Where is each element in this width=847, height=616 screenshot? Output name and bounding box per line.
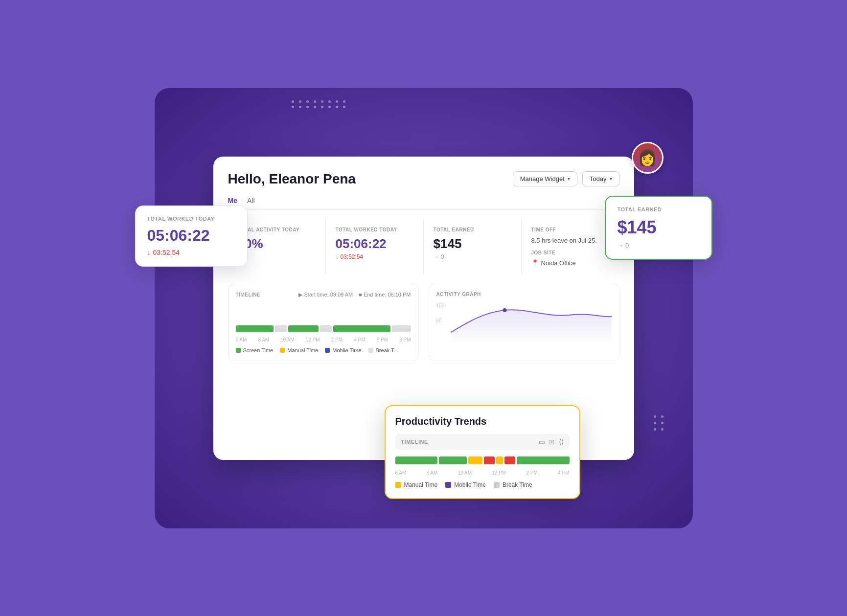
job-site-label: JOB SITE bbox=[531, 250, 610, 255]
start-time-meta: ▶ Start time: 09:09 AM bbox=[298, 292, 353, 298]
job-site-name: Noida Office bbox=[541, 259, 576, 267]
legend-label-manual: Manual Time bbox=[287, 347, 318, 353]
time-label-6pm: 6 PM bbox=[377, 337, 388, 342]
tab-all[interactable]: All bbox=[247, 197, 255, 209]
float-worked-card: TOTAL WORKED TODAY 05:06:22 ↓ 03:52:54 bbox=[135, 205, 248, 267]
productivity-trends-card: Productivity Trends TIMELINE ▭ ⊞ ⟨⟩ bbox=[385, 405, 580, 499]
timeline-chart bbox=[236, 304, 411, 333]
prod-legend-label-manual: Manual Time bbox=[404, 481, 438, 488]
prod-bar-yellow-2 bbox=[496, 456, 503, 464]
stat-earned-value: $145 bbox=[434, 236, 511, 251]
float-earned-card: TOTAL EARNED $145 → 0 bbox=[605, 196, 712, 260]
prod-bar-green-3 bbox=[517, 456, 570, 464]
prod-legend-dot-purple bbox=[445, 482, 451, 488]
prod-legend-label-break: Break Time bbox=[503, 481, 532, 488]
timeline-time-labels: 6 AM 8 AM 10 AM 12 PM 2 PM 4 PM 6 PM 8 P… bbox=[236, 337, 411, 342]
outer-background: TOTAL WORKED TODAY 05:06:22 ↓ 03:52:54 T… bbox=[155, 88, 693, 528]
prod-view-icons: ▭ ⊞ ⟨⟩ bbox=[539, 438, 564, 446]
time-label-4pm: 4 PM bbox=[354, 337, 365, 342]
stat-total-worked: TOTAL WORKED TODAY 05:06:22 ↓ 03:52:54 bbox=[326, 220, 424, 274]
prod-timeline-header: TIMELINE ▭ ⊞ ⟨⟩ bbox=[395, 434, 570, 450]
prod-legend-break: Break Time bbox=[494, 481, 532, 488]
prod-time-labels: 6 AM 8 AM 10 AM 12 PM 2 PM 4 PM bbox=[395, 470, 570, 476]
chevron-down-icon: ▾ bbox=[568, 176, 570, 182]
graph-dot bbox=[502, 308, 506, 312]
prod-time-8am: 8 AM bbox=[427, 470, 438, 476]
activity-graph-area: 100 80 bbox=[436, 303, 612, 352]
legend-label-screen: Screen Time bbox=[243, 347, 274, 353]
y-label-80: 80 bbox=[436, 318, 445, 323]
prod-bar-red-1 bbox=[484, 456, 495, 464]
today-dropdown-button[interactable]: Today ▾ bbox=[582, 171, 619, 186]
job-site-value: 📍 Noida Office bbox=[531, 259, 610, 267]
location-icon: 📍 bbox=[531, 259, 539, 266]
timeline-bar-3 bbox=[288, 325, 319, 332]
tab-bar: Me All bbox=[228, 197, 619, 210]
y-label-100: 100 bbox=[436, 303, 445, 308]
stats-row: TOTAL ACTIVITY TODAY 60% TOTAL WORKED TO… bbox=[228, 220, 619, 274]
prod-bar-red-2 bbox=[504, 456, 515, 464]
grid-icon[interactable]: ⊞ bbox=[549, 438, 555, 446]
timeline-legend: Screen Time Manual Time Mobile Time Brea… bbox=[236, 347, 411, 353]
timeline-bars bbox=[236, 324, 411, 333]
time-label-10am: 10 AM bbox=[280, 337, 294, 342]
legend-label-mobile: Mobile Time bbox=[332, 347, 361, 353]
timeline-panel: TIMELINE ▶ Start time: 09:09 AM ■ End ti… bbox=[228, 284, 419, 361]
timeline-meta: ▶ Start time: 09:09 AM ■ End time: 06:10… bbox=[298, 292, 411, 298]
legend-mobile-time: Mobile Time bbox=[325, 347, 361, 353]
chevron-down-icon-2: ▾ bbox=[610, 176, 612, 182]
float-worked-sub-time: 03:52:54 bbox=[153, 249, 180, 256]
prod-bar-yellow bbox=[468, 456, 482, 464]
avatar-image: 👩 bbox=[633, 143, 662, 172]
stat-total-earned: TOTAL EARNED $145 → 0 bbox=[424, 220, 522, 274]
down-arrow-icon: ↓ bbox=[147, 249, 151, 256]
legend-manual-time: Manual Time bbox=[280, 347, 318, 353]
timeline-panel-header: TIMELINE ▶ Start time: 09:09 AM ■ End ti… bbox=[236, 292, 411, 298]
prod-legend: Manual Time Mobile Time Break Time bbox=[395, 481, 570, 488]
timeline-label: TIMELINE bbox=[236, 292, 261, 297]
stat-timeoff-label: TIME OFF bbox=[531, 227, 610, 232]
float-worked-title: TOTAL WORKED TODAY bbox=[147, 216, 235, 222]
stat-timeoff-value: 8.5 hrs leave on Jul 25. bbox=[531, 236, 610, 245]
main-dashboard-card: TOTAL WORKED TODAY 05:06:22 ↓ 03:52:54 T… bbox=[213, 157, 634, 460]
dots-decoration-right bbox=[654, 415, 664, 431]
manage-widget-label: Manage Widget bbox=[520, 175, 565, 183]
time-label-8pm: 8 PM bbox=[399, 337, 411, 342]
y-axis-labels: 100 80 bbox=[436, 303, 445, 323]
stat-activity-label: TOTAL ACTIVITY TODAY bbox=[238, 227, 316, 232]
legend-dot-yellow bbox=[280, 348, 285, 353]
today-label: Today bbox=[590, 175, 607, 183]
prod-legend-label-mobile: Mobile Time bbox=[454, 481, 486, 488]
prod-timeline-label: TIMELINE bbox=[401, 439, 428, 445]
prod-bar-green-2 bbox=[439, 456, 467, 464]
float-earned-sub: → 0 bbox=[618, 242, 700, 249]
prod-time-4pm: 4 PM bbox=[558, 470, 569, 476]
stat-worked-label: TOTAL WORKED TODAY bbox=[336, 227, 413, 232]
stat-activity-value: 60% bbox=[238, 236, 316, 251]
float-worked-sub: ↓ 03:52:54 bbox=[147, 249, 235, 256]
time-label-8am: 8 AM bbox=[258, 337, 269, 342]
stat-worked-sub: ↓ 03:52:54 bbox=[336, 253, 413, 260]
greeting-text: Hello, Eleanor Pena bbox=[228, 171, 356, 187]
legend-label-break: Break T... bbox=[376, 347, 398, 353]
timeline-bar-6 bbox=[392, 325, 411, 332]
prod-legend-manual: Manual Time bbox=[395, 481, 438, 488]
productivity-trends-title: Productivity Trends bbox=[395, 416, 570, 427]
activity-line-chart bbox=[451, 303, 612, 342]
monitor-icon[interactable]: ▭ bbox=[539, 438, 545, 446]
dashboard-header: Hello, Eleanor Pena Manage Widget ▾ Toda… bbox=[228, 171, 619, 187]
end-time-meta: ■ End time: 06:10 PM bbox=[359, 292, 411, 298]
activity-panel-header: ACTIVITY GRAPH bbox=[436, 292, 612, 297]
stat-worked-sub-time: 03:52:54 bbox=[341, 253, 364, 260]
code-icon[interactable]: ⟨⟩ bbox=[559, 438, 564, 446]
prod-time-2pm: 2 PM bbox=[526, 470, 537, 476]
manage-widget-button[interactable]: Manage Widget ▾ bbox=[513, 171, 577, 186]
stat-earned-sub: → 0 bbox=[434, 253, 511, 260]
timeline-bar-2 bbox=[275, 325, 286, 332]
time-label-2pm: 2 PM bbox=[331, 337, 343, 342]
bottom-section: TIMELINE ▶ Start time: 09:09 AM ■ End ti… bbox=[228, 284, 619, 361]
prod-legend-dot-gray bbox=[494, 482, 500, 488]
activity-graph-panel: ACTIVITY GRAPH 100 80 bbox=[429, 284, 619, 361]
avatar: 👩 bbox=[632, 142, 664, 174]
productivity-bar-chart bbox=[395, 456, 570, 465]
